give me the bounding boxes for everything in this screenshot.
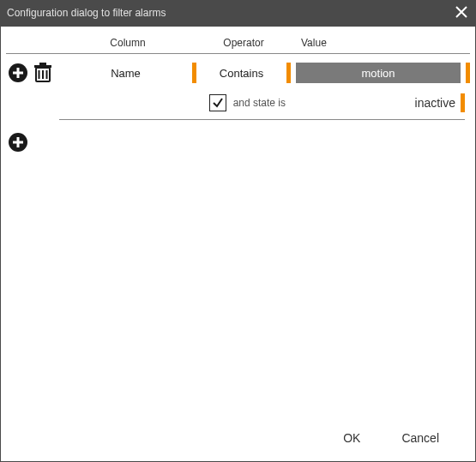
add-filter-row (6, 132, 470, 155)
svg-rect-2 (34, 65, 51, 68)
add-condition-icon[interactable] (8, 63, 28, 83)
value-text: motion (361, 67, 395, 80)
row-actions (6, 63, 59, 83)
ok-button[interactable]: OK (343, 431, 360, 445)
title-bar: Configuration dialog to filter alarms (0, 0, 476, 26)
svg-rect-3 (39, 63, 46, 65)
column-value: Name (59, 67, 192, 80)
state-row: and state is inactive (6, 90, 470, 116)
filter-row: Name Contains motion (6, 59, 470, 87)
separator-line (59, 119, 465, 120)
dialog-footer: OK Cancel (6, 420, 470, 456)
operator-value: Contains (196, 67, 286, 80)
add-filter-icon[interactable] (8, 132, 28, 153)
divider (461, 93, 465, 112)
column-selector[interactable]: Name (59, 61, 196, 85)
operator-selector[interactable]: Contains (196, 61, 291, 85)
dialog-title: Configuration dialog to filter alarms (7, 7, 166, 19)
header-operator: Operator (196, 37, 291, 49)
state-label: and state is (233, 97, 286, 109)
value-cell: motion (291, 61, 470, 85)
cancel-button[interactable]: Cancel (401, 431, 439, 445)
state-checkbox[interactable] (209, 94, 226, 111)
delete-icon[interactable] (33, 63, 52, 83)
divider (466, 63, 470, 83)
close-icon[interactable] (455, 5, 467, 21)
value-input[interactable]: motion (296, 63, 461, 83)
dialog-body: Column Operator Value Name (0, 26, 476, 462)
header-value: Value (291, 37, 470, 49)
header-column: Column (59, 37, 196, 49)
state-check-group: and state is (59, 94, 291, 111)
content-area: Column Operator Value Name (6, 32, 470, 420)
state-value-selector[interactable]: inactive (291, 96, 461, 110)
header-row: Column Operator Value (6, 32, 470, 54)
